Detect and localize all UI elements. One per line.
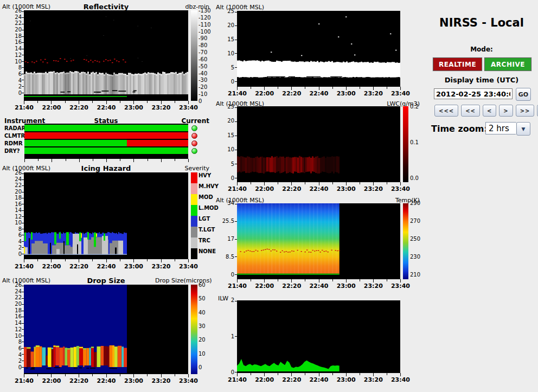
time-label: 22:00 [255, 282, 273, 290]
display-time-input[interactable] [434, 88, 513, 99]
time-label: 22:40 [309, 282, 328, 290]
time-label: 23:20 [364, 376, 382, 383]
time-label: 22:40 [97, 104, 116, 111]
time-label: 22:40 [97, 377, 116, 384]
time-step-button[interactable]: < [483, 105, 496, 117]
tick-label: 2 [225, 298, 234, 303]
tick-label: 2 [8, 84, 22, 89]
tick-label: 0 [222, 176, 234, 181]
ilw-yticks: 210 [225, 298, 234, 375]
severity-label: LGT [198, 216, 217, 227]
archive-button[interactable]: ARCHIVE [484, 57, 531, 71]
tick-label: 0 [8, 91, 22, 96]
dropsize-plot [24, 285, 188, 374]
tick-label: 22 [8, 21, 22, 26]
severity-label: T.LGT [198, 227, 217, 237]
time-label: 22:20 [69, 263, 88, 270]
tick-label: -50 [198, 64, 214, 69]
tick-label: 0 [225, 370, 234, 375]
severity-label: MOD [198, 194, 217, 205]
go-button[interactable]: GO [516, 88, 531, 101]
tick-label: 0 [222, 79, 234, 85]
time-label: 23:40 [179, 263, 197, 270]
tick-label: 26 [8, 8, 22, 14]
tick-label: 6 [8, 72, 22, 77]
tick-label: 24 [8, 177, 22, 182]
time-zoom-dropdown-button[interactable]: ▼ [516, 122, 530, 136]
tick-label: 210 [410, 272, 423, 278]
dropsize-xlabels: 21:4022:0022:2022:4023:0023:2023:40 [15, 377, 197, 384]
time-label: 22:00 [42, 377, 61, 384]
tick-label: 10 [198, 351, 212, 357]
time-step-button[interactable]: << [461, 105, 480, 117]
tick-label: 14 [8, 208, 22, 213]
severity-labels: HVYM.HVYMODL.MODLGTT.LGTTRCNONE [198, 172, 217, 259]
time-label: 21:40 [15, 104, 33, 111]
tick-label: 12 [8, 214, 22, 220]
status-row-label: DRY? [4, 148, 20, 154]
reflectivity-title: Reflectivity [24, 3, 188, 11]
time-label: 23:00 [124, 263, 143, 270]
tick-label: -80 [198, 43, 214, 48]
tick-label: 10 [222, 51, 234, 56]
mode-label: Mode: [428, 46, 535, 53]
tick-label: 25.5 [219, 219, 234, 224]
icing-xtick-marks [24, 259, 188, 262]
tick-label: 0.1 [410, 140, 423, 145]
status-xtick-marks [24, 159, 188, 162]
severity-segment [191, 248, 197, 259]
tick-label: 20 [198, 337, 212, 343]
tick-label: -10 [198, 92, 214, 97]
time-step-button[interactable]: > [499, 105, 513, 117]
severity-label: HVY [198, 172, 217, 183]
tick-label: 20 [222, 23, 234, 28]
cloud-yticks: 2520151050 [222, 9, 234, 85]
time-label: 22:20 [282, 376, 300, 383]
realtime-button[interactable]: REALTIME [433, 57, 482, 71]
lwc-colorbar-ticks: 0.20.10.0 [410, 104, 423, 181]
severity-segment [191, 237, 197, 248]
time-label: 21:40 [228, 282, 246, 290]
tick-label: 0 [219, 272, 234, 278]
status-bar-rdmr [24, 140, 188, 146]
time-label: 23:40 [391, 376, 409, 383]
tick-label: 4 [8, 239, 22, 245]
time-label: 22:40 [309, 376, 328, 383]
tick-label: 0.2 [410, 104, 423, 110]
status-indicator-clmtr [191, 133, 197, 139]
time-label: 23:00 [124, 377, 143, 384]
time-label: 21:40 [228, 185, 246, 192]
tick-label: 22 [8, 295, 22, 300]
time-label: 21:40 [228, 376, 246, 383]
time-label: 23:20 [152, 263, 170, 270]
time-zoom-select[interactable]: 2 hrs [485, 122, 516, 134]
tick-label: 290 [410, 201, 423, 206]
dropsize-yticks: 26242220181614121086420 [8, 282, 22, 370]
status-row-label: CLMTR [4, 133, 25, 139]
tick-label: 8 [8, 65, 22, 70]
tick-label: 18 [8, 308, 22, 313]
tick-label: 25 [222, 9, 234, 14]
time-label: 23:20 [364, 282, 382, 290]
time-step-button[interactable]: >> [516, 105, 535, 117]
tick-label: 250 [410, 236, 423, 242]
icing-colorbar-label: Severity [174, 165, 209, 172]
time-label: 23:20 [152, 104, 170, 111]
reflectivity-colorbar [191, 10, 197, 101]
time-label: 23:40 [391, 90, 409, 97]
tick-label: 26 [8, 170, 22, 176]
icing-title: Icing Hazard [24, 164, 188, 172]
tick-label: -120 [198, 15, 214, 21]
time-step-button[interactable]: <<< [434, 105, 458, 117]
time-label: 22:00 [42, 263, 61, 270]
tick-label: 20 [222, 118, 234, 124]
chevron-down-icon: ▼ [522, 126, 526, 132]
severity-segment [191, 183, 197, 194]
tick-label: 5 [222, 162, 234, 167]
tick-label: 10 [8, 333, 22, 339]
lwc-colorbar [403, 106, 408, 182]
time-label: 22:20 [282, 185, 300, 192]
severity-colorbar [191, 172, 197, 259]
time-label: 22:00 [255, 376, 273, 383]
tick-label: 30 [198, 324, 212, 329]
